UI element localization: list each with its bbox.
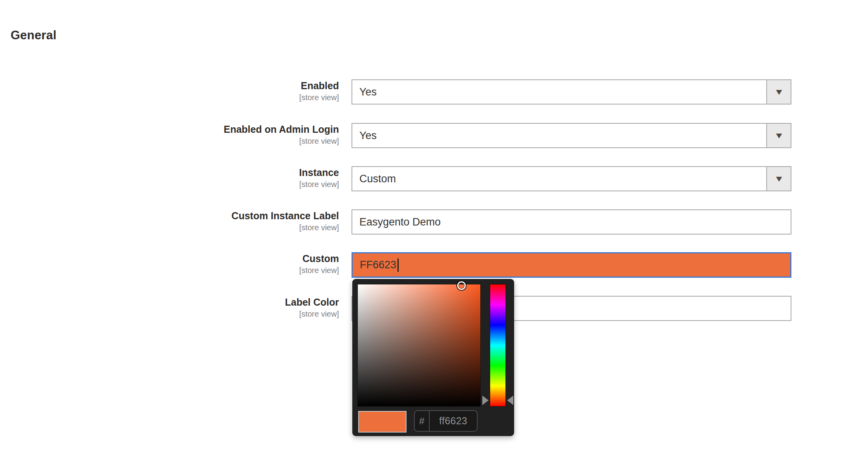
form-row-enabled-admin-login: Enabled on Admin Login [store view] Yes … <box>0 123 868 148</box>
page-title: General <box>11 28 57 42</box>
instance-select[interactable]: Custom ▼ <box>352 166 791 191</box>
chevron-down-icon: ▼ <box>774 87 784 97</box>
select-arrow-button[interactable]: ▼ <box>766 80 791 104</box>
field-label: Enabled <box>0 80 339 92</box>
field-scope: [store view] <box>0 180 339 189</box>
input-value: Easygento Demo <box>359 216 441 228</box>
form-row-instance: Instance [store view] Custom ▼ <box>0 166 868 191</box>
field-label: Enabled on Admin Login <box>0 124 339 135</box>
current-color-swatch <box>358 411 407 433</box>
custom-color-input[interactable]: FF6623 <box>352 252 791 278</box>
field-label: Custom Instance Label <box>0 210 339 222</box>
form-row-custom: Custom [store view] FF6623 <box>0 252 868 277</box>
hash-prefix: # <box>415 411 430 431</box>
config-page: General Enabled [store view] Yes ▼ Enabl… <box>0 0 868 462</box>
select-value: Yes <box>352 80 766 104</box>
hue-slider[interactable] <box>490 284 506 407</box>
field-scope: [store view] <box>0 310 339 319</box>
hue-pointer-right-icon[interactable] <box>482 396 489 405</box>
color-selector-ring[interactable] <box>457 281 466 290</box>
form-row-custom-instance-label: Custom Instance Label [store view] Easyg… <box>0 209 868 235</box>
field-label: Custom <box>0 253 339 264</box>
select-value: Custom <box>352 167 766 191</box>
admin-login-enabled-select[interactable]: Yes ▼ <box>352 123 791 148</box>
field-scope: [store view] <box>0 266 339 275</box>
select-arrow-button[interactable]: ▼ <box>766 167 791 191</box>
field-scope: [store view] <box>0 223 339 232</box>
saturation-value-area[interactable] <box>357 284 481 407</box>
custom-instance-label-input[interactable]: Easygento Demo <box>352 209 791 235</box>
chevron-down-icon: ▼ <box>774 131 784 140</box>
chevron-down-icon: ▼ <box>774 174 784 183</box>
select-value: Yes <box>352 124 766 147</box>
color-picker-popup: # ff6623 <box>352 279 514 436</box>
field-label: Label Color <box>0 297 339 308</box>
input-value: FF6623 <box>360 259 396 271</box>
hex-input-group[interactable]: # ff6623 <box>414 410 478 432</box>
select-arrow-button[interactable]: ▼ <box>766 124 791 147</box>
enabled-select[interactable]: Yes ▼ <box>352 79 791 104</box>
hue-pointer-left-icon[interactable] <box>507 396 513 405</box>
field-label: Instance <box>0 167 339 178</box>
text-caret <box>397 258 399 272</box>
field-scope: [store view] <box>0 93 339 102</box>
form-row-enabled: Enabled [store view] Yes ▼ <box>0 79 868 104</box>
field-scope: [store view] <box>0 137 339 146</box>
hex-value-input[interactable]: ff6623 <box>430 411 477 431</box>
